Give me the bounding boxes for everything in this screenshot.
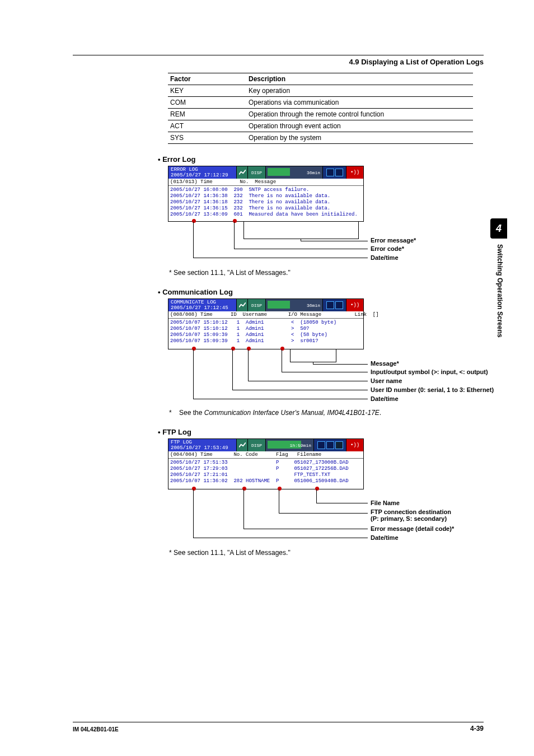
log-row: 2005/10/27 17:51:33 P 051027_173000B.DAD [170,460,362,466]
header-rule [73,55,484,55]
disp-button[interactable]: DISP [248,439,266,451]
log-row: 2005/10/07 15:10:12 1 Admin1 > S0? [170,326,362,332]
media-icon[interactable] [326,169,334,176]
time-bar: 36min [266,166,323,179]
ann-error-code: Error code* [371,245,404,252]
log-row: 2005/10/07 11:36:02 282 HOSTNAME P 05100… [170,478,362,484]
log-row: 2005/10/27 14:36:18 232 There is no avai… [170,199,362,206]
disp-button[interactable]: DISP [248,299,266,311]
error-log-heading: Error Log [158,155,473,164]
keylock-icon[interactable] [335,301,343,309]
log-row: 2005/10/27 16:08:00 290 SNTP access fail… [170,187,362,193]
ann-message: Message* [371,360,399,367]
ann-userid: User ID number (0: serial, 1 to 3: Ether… [371,386,494,393]
footer-docid: IM 04L42B01-01E [73,726,119,732]
ann-io: Input/output symbol (>: input, <: output… [371,368,488,375]
ann-datetime: Date/time [371,254,399,261]
table-row: KEYKey operation [168,85,473,97]
window-title: FTP LOG 2005/10/27 17:53:49 [168,439,237,451]
ann-datetime: Date/time [371,395,399,402]
comm-log-heading: Communication Log [158,288,473,296]
window-title: COMMUNICATE LOG 2005/10/27 17:12:45 [168,299,237,311]
log-row: 2005/10/07 15:10:12 1 Admin1 < (18050 by… [170,320,362,326]
table-row: ACTOperation through event action [168,120,473,132]
footer-pagenum: 4-39 [470,725,484,732]
table-row: SYSOperation by the system [168,132,473,144]
col-factor: Factor [168,73,246,85]
ann-error-message: Error message* [371,237,416,244]
media-icon[interactable] [317,441,325,449]
ann-ftp-dest: FTP connection destination(P: primary, S… [371,508,451,522]
ftp-log-footnote: * See section 11.1, "A List of Messages.… [169,549,473,557]
comm-log-screenshot: COMMUNICATE LOG 2005/10/27 17:12:45 DISP… [168,298,364,349]
footer-rule [73,722,484,722]
log-row: 2005/10/27 17:21:01 FTP_TEST.TXT [170,472,362,478]
log-row: 2005/10/07 15:09:39 1 Admin1 < (58 byte) [170,332,362,338]
column-headers: (008/008) Time ID Username I/O Message L… [168,311,363,319]
log-row: 2005/10/27 14:36:15 232 There is no avai… [170,206,362,212]
media-icon[interactable] [326,301,334,309]
time-bar: 1h:59min [266,439,314,451]
mail-icon[interactable] [335,441,343,449]
factor-table: Factor Description KEYKey operation COMO… [168,73,473,144]
table-row: REMOperation through the remote control … [168,109,473,120]
record-indicator: •)) [346,299,363,311]
column-headers: (004/004) Time No. Code Flag Filename [168,451,363,459]
ann-ftp-error: Error message (detail code)* [371,525,454,532]
log-row: 2005/10/27 17:29:03 P 051027_172256B.DAD [170,466,362,472]
log-row: 2005/10/27 14:36:38 232 There is no avai… [170,193,362,199]
record-indicator: •)) [346,166,363,179]
ftp-log-heading: FTP Log [158,428,473,436]
log-row: 2005/10/07 15:09:39 1 Admin1 > sr001? [170,338,362,344]
ftp-log-screenshot: FTP LOG 2005/10/27 17:53:49 DISP 1h:59mi… [168,438,364,489]
time-bar: 36min [266,299,323,311]
keylock-icon[interactable] [335,169,343,176]
window-title: ERROR LOG 2005/10/27 17:12:29 [168,166,237,179]
record-indicator: •)) [346,439,363,451]
keylock-icon[interactable] [326,441,334,449]
ann-username: User name [371,377,402,384]
chapter-label: Switching Operation Screens [496,244,504,338]
col-description: Description [246,73,473,85]
column-headers: (013/013) Time No. Message [168,179,363,186]
chart-icon [237,166,248,179]
chart-icon [237,439,248,451]
error-log-footnote: * See section 11.1, "A List of Messages.… [169,269,473,277]
chart-icon [237,299,248,311]
comm-log-footnote: * See the Communication Interface User's… [169,409,473,417]
table-row: COMOperations via communication [168,97,473,109]
chapter-tab: 4 [490,218,507,239]
ann-datetime: Date/time [371,534,399,541]
section-title: 4.9 Displaying a List of Operation Logs [349,58,484,66]
disp-button[interactable]: DISP [248,166,266,179]
ann-filename: File Name [371,500,400,506]
error-log-screenshot: ERROR LOG 2005/10/27 17:12:29 DISP 36min… [168,166,364,222]
log-row: 2005/10/27 13:48:09 601 Measured data ha… [170,212,362,218]
